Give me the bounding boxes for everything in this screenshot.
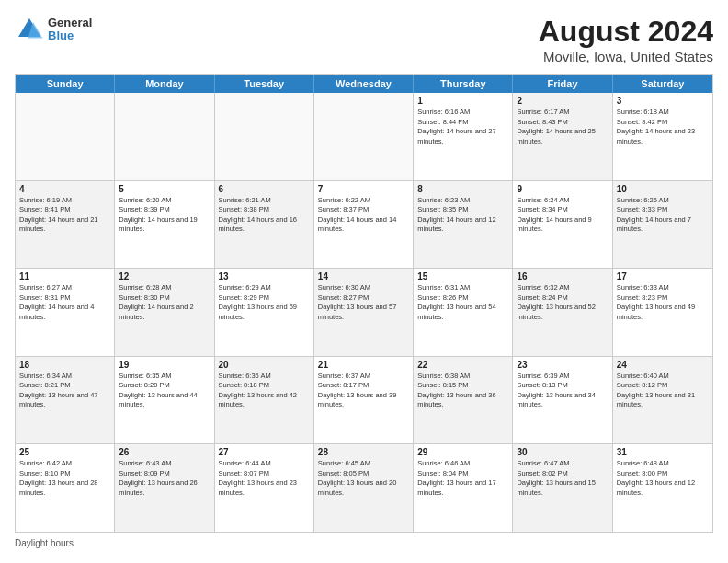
- header: General Blue August 2024 Moville, Iowa, …: [15, 15, 713, 64]
- cell-text: Sunrise: 6:31 AM Sunset: 8:26 PM Dayligh…: [417, 283, 508, 322]
- cal-cell: [215, 93, 314, 180]
- cal-cell: 24Sunrise: 6:40 AM Sunset: 8:12 PM Dayli…: [613, 357, 712, 444]
- cal-row-3: 18Sunrise: 6:34 AM Sunset: 8:21 PM Dayli…: [16, 357, 712, 445]
- cell-text: Sunrise: 6:19 AM Sunset: 8:41 PM Dayligh…: [19, 196, 110, 235]
- day-number: 31: [617, 447, 709, 457]
- cell-text: Sunrise: 6:38 AM Sunset: 8:15 PM Dayligh…: [417, 372, 508, 410]
- day-number: 11: [19, 271, 110, 282]
- day-number: 7: [318, 184, 409, 194]
- cal-cell: 28Sunrise: 6:45 AM Sunset: 8:05 PM Dayli…: [314, 444, 414, 532]
- day-number: 26: [119, 447, 210, 457]
- cal-cell: 10Sunrise: 6:26 AM Sunset: 8:33 PM Dayli…: [613, 181, 712, 269]
- cal-cell: 29Sunrise: 6:46 AM Sunset: 8:04 PM Dayli…: [414, 444, 513, 532]
- day-number: 14: [318, 271, 409, 282]
- cal-cell: 27Sunrise: 6:44 AM Sunset: 8:07 PM Dayli…: [215, 444, 314, 532]
- cell-text: Sunrise: 6:24 AM Sunset: 8:34 PM Dayligh…: [517, 196, 608, 235]
- cal-cell: 3Sunrise: 6:18 AM Sunset: 8:42 PM Daylig…: [613, 93, 712, 180]
- day-number: 3: [617, 96, 709, 106]
- cell-text: Sunrise: 6:22 AM Sunset: 8:37 PM Dayligh…: [318, 196, 409, 235]
- cell-text: Sunrise: 6:39 AM Sunset: 8:13 PM Dayligh…: [517, 372, 608, 410]
- cal-cell: [314, 93, 414, 180]
- cal-header-friday: Friday: [513, 75, 612, 93]
- day-number: 15: [417, 271, 508, 282]
- day-number: 16: [517, 271, 608, 282]
- daylight-label: Daylight hours: [15, 538, 74, 548]
- cal-cell: 4Sunrise: 6:19 AM Sunset: 8:41 PM Daylig…: [16, 181, 115, 269]
- cal-cell: 18Sunrise: 6:34 AM Sunset: 8:21 PM Dayli…: [16, 357, 115, 444]
- cell-text: Sunrise: 6:48 AM Sunset: 8:00 PM Dayligh…: [617, 459, 709, 498]
- logo: General Blue: [15, 15, 92, 44]
- day-number: 24: [617, 360, 709, 370]
- cal-cell: 6Sunrise: 6:21 AM Sunset: 8:38 PM Daylig…: [215, 181, 314, 269]
- cell-text: Sunrise: 6:18 AM Sunset: 8:42 PM Dayligh…: [617, 108, 709, 146]
- day-number: 19: [119, 360, 210, 370]
- cal-cell: 21Sunrise: 6:37 AM Sunset: 8:17 PM Dayli…: [314, 357, 414, 444]
- cal-cell: 5Sunrise: 6:20 AM Sunset: 8:39 PM Daylig…: [115, 181, 214, 269]
- cal-cell: 25Sunrise: 6:42 AM Sunset: 8:10 PM Dayli…: [16, 444, 115, 532]
- cell-text: Sunrise: 6:46 AM Sunset: 8:04 PM Dayligh…: [417, 459, 508, 498]
- cal-header-saturday: Saturday: [613, 75, 712, 93]
- cal-header-tuesday: Tuesday: [215, 75, 314, 93]
- day-number: 18: [19, 360, 110, 370]
- day-number: 8: [417, 184, 508, 194]
- page: General Blue August 2024 Moville, Iowa, …: [0, 0, 728, 563]
- cal-header-thursday: Thursday: [414, 75, 513, 93]
- cal-cell: 30Sunrise: 6:47 AM Sunset: 8:02 PM Dayli…: [513, 444, 612, 532]
- day-number: 5: [119, 184, 210, 194]
- cell-text: Sunrise: 6:16 AM Sunset: 8:44 PM Dayligh…: [417, 108, 508, 146]
- logo-blue: Blue: [48, 29, 92, 42]
- cal-cell: 16Sunrise: 6:32 AM Sunset: 8:24 PM Dayli…: [513, 269, 612, 356]
- cal-cell: [115, 93, 214, 180]
- cal-cell: 22Sunrise: 6:38 AM Sunset: 8:15 PM Dayli…: [414, 357, 513, 444]
- cal-header-sunday: Sunday: [16, 75, 115, 93]
- day-number: 23: [517, 360, 608, 370]
- cell-text: Sunrise: 6:29 AM Sunset: 8:29 PM Dayligh…: [219, 283, 310, 322]
- cal-header-monday: Monday: [115, 75, 214, 93]
- day-number: 1: [417, 96, 508, 106]
- cal-cell: 23Sunrise: 6:39 AM Sunset: 8:13 PM Dayli…: [513, 357, 612, 444]
- cal-cell: 20Sunrise: 6:36 AM Sunset: 8:18 PM Dayli…: [215, 357, 314, 444]
- day-number: 13: [219, 271, 310, 282]
- logo-general: General: [48, 17, 92, 29]
- cal-cell: 14Sunrise: 6:30 AM Sunset: 8:27 PM Dayli…: [314, 269, 414, 356]
- day-number: 17: [617, 271, 709, 282]
- cal-cell: 13Sunrise: 6:29 AM Sunset: 8:29 PM Dayli…: [215, 269, 314, 356]
- cell-text: Sunrise: 6:36 AM Sunset: 8:18 PM Dayligh…: [219, 372, 310, 410]
- cell-text: Sunrise: 6:28 AM Sunset: 8:30 PM Dayligh…: [119, 283, 210, 322]
- footer: Daylight hours: [15, 538, 713, 548]
- day-number: 12: [119, 271, 210, 282]
- cell-text: Sunrise: 6:44 AM Sunset: 8:07 PM Dayligh…: [219, 459, 310, 498]
- cell-text: Sunrise: 6:20 AM Sunset: 8:39 PM Dayligh…: [119, 196, 210, 235]
- cal-cell: 7Sunrise: 6:22 AM Sunset: 8:37 PM Daylig…: [314, 181, 414, 269]
- cell-text: Sunrise: 6:42 AM Sunset: 8:10 PM Dayligh…: [19, 459, 110, 498]
- cell-text: Sunrise: 6:30 AM Sunset: 8:27 PM Dayligh…: [318, 283, 409, 322]
- calendar: SundayMondayTuesdayWednesdayThursdayFrid…: [15, 74, 713, 533]
- cell-text: Sunrise: 6:17 AM Sunset: 8:43 PM Dayligh…: [517, 108, 608, 146]
- cal-row-4: 25Sunrise: 6:42 AM Sunset: 8:10 PM Dayli…: [16, 444, 712, 532]
- cell-text: Sunrise: 6:26 AM Sunset: 8:33 PM Dayligh…: [617, 196, 709, 235]
- day-number: 6: [219, 184, 310, 194]
- cal-cell: [16, 93, 115, 180]
- cell-text: Sunrise: 6:27 AM Sunset: 8:31 PM Dayligh…: [19, 283, 110, 322]
- cal-cell: 15Sunrise: 6:31 AM Sunset: 8:26 PM Dayli…: [414, 269, 513, 356]
- day-number: 30: [517, 447, 608, 457]
- cal-cell: 19Sunrise: 6:35 AM Sunset: 8:20 PM Dayli…: [115, 357, 214, 444]
- day-number: 2: [517, 96, 608, 106]
- day-number: 9: [517, 184, 608, 194]
- day-number: 29: [417, 447, 508, 457]
- cell-text: Sunrise: 6:34 AM Sunset: 8:21 PM Dayligh…: [19, 372, 110, 410]
- cell-text: Sunrise: 6:37 AM Sunset: 8:17 PM Dayligh…: [318, 372, 409, 410]
- cal-row-0: 1Sunrise: 6:16 AM Sunset: 8:44 PM Daylig…: [16, 93, 712, 181]
- day-number: 28: [318, 447, 409, 457]
- cal-row-2: 11Sunrise: 6:27 AM Sunset: 8:31 PM Dayli…: [16, 269, 712, 357]
- calendar-header: SundayMondayTuesdayWednesdayThursdayFrid…: [16, 75, 712, 93]
- cal-cell: 1Sunrise: 6:16 AM Sunset: 8:44 PM Daylig…: [414, 93, 513, 180]
- cell-text: Sunrise: 6:33 AM Sunset: 8:23 PM Dayligh…: [617, 283, 709, 322]
- calendar-body: 1Sunrise: 6:16 AM Sunset: 8:44 PM Daylig…: [16, 93, 712, 532]
- cell-text: Sunrise: 6:45 AM Sunset: 8:05 PM Dayligh…: [318, 459, 409, 498]
- cal-cell: 26Sunrise: 6:43 AM Sunset: 8:09 PM Dayli…: [115, 444, 214, 532]
- title-block: August 2024 Moville, Iowa, United States: [539, 15, 713, 64]
- cell-text: Sunrise: 6:35 AM Sunset: 8:20 PM Dayligh…: [119, 372, 210, 410]
- cal-row-1: 4Sunrise: 6:19 AM Sunset: 8:41 PM Daylig…: [16, 181, 712, 270]
- cal-cell: 31Sunrise: 6:48 AM Sunset: 8:00 PM Dayli…: [613, 444, 712, 532]
